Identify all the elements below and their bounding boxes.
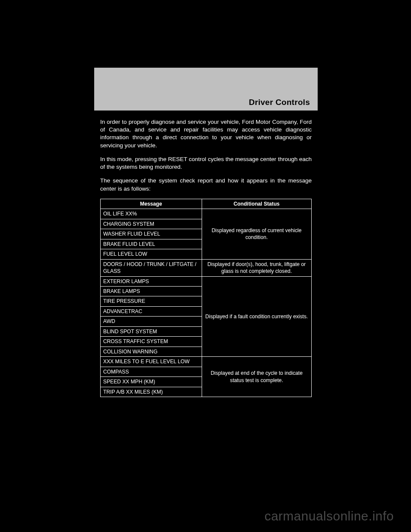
table-row: CHARGING SYSTEM	[101, 219, 202, 229]
table-row: CROSS TRAFFIC SYSTEM	[101, 337, 202, 347]
table-header-status: Conditional Status	[202, 199, 311, 209]
table-row: BRAKE FLUID LEVEL	[101, 239, 202, 249]
watermark-text: carmanualsonline.info	[265, 509, 394, 523]
status-cell: Displayed regardless of current vehicle …	[202, 209, 311, 259]
status-cell: Displayed if a fault condition currently…	[202, 276, 311, 357]
page-body: In order to properly diagnose and servic…	[94, 111, 318, 397]
paragraph-2: In this mode, pressing the RESET control…	[100, 155, 312, 171]
section-title: Driver Controls	[249, 98, 310, 107]
table-row: COMPASS	[101, 367, 202, 377]
table-header-message: Message	[101, 199, 202, 209]
table-row: XXX MILES TO E FUEL LEVEL LOW	[101, 357, 202, 367]
status-cell: Displayed if door(s), hood, trunk, liftg…	[202, 259, 311, 276]
table-row: BLIND SPOT SYSTEM	[101, 326, 202, 336]
table-row: OIL LIFE XX%	[101, 209, 202, 219]
table-row: COLLISION WARNING	[101, 347, 202, 356]
table-row: TIRE PRESSURE	[101, 296, 202, 306]
table-row: DOORS / HOOD / TRUNK / LIFTGATE / GLASS	[101, 259, 202, 276]
table-row: BRAKE LAMPS	[101, 286, 202, 296]
system-check-table: Message Conditional Status OIL LIFE XX% …	[100, 199, 312, 397]
table-row: EXTERIOR LAMPS	[101, 276, 202, 286]
table-row: TRIP A/B XX MILES (KM)	[101, 387, 202, 397]
table-row: AWD	[101, 317, 202, 326]
paragraph-3: The sequence of the system check report …	[100, 177, 312, 192]
section-header: Driver Controls	[94, 68, 318, 111]
table-row: FUEL LEVEL LOW	[101, 249, 202, 259]
status-cell: Displayed at end of the cycle to indicat…	[202, 357, 311, 397]
table-row: WASHER FLUID LEVEL	[101, 229, 202, 239]
paragraph-1: In order to properly diagnose and servic…	[100, 118, 312, 149]
table-row: ADVANCETRAC	[101, 306, 202, 316]
table-row: SPEED XX MPH (KM)	[101, 377, 202, 387]
